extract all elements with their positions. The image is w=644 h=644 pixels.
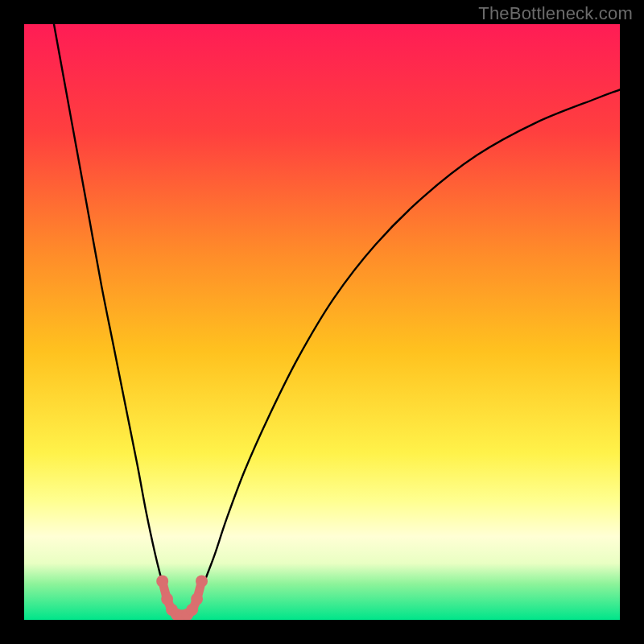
bottleneck-chart: [24, 24, 620, 620]
valley-dot: [191, 593, 203, 605]
gradient-background: [24, 24, 620, 620]
chart-frame: [24, 24, 620, 620]
valley-dot: [196, 575, 208, 587]
valley-dot: [186, 604, 198, 616]
valley-dot: [161, 593, 173, 605]
valley-dot: [156, 575, 168, 587]
watermark-text: TheBottleneck.com: [478, 3, 633, 24]
